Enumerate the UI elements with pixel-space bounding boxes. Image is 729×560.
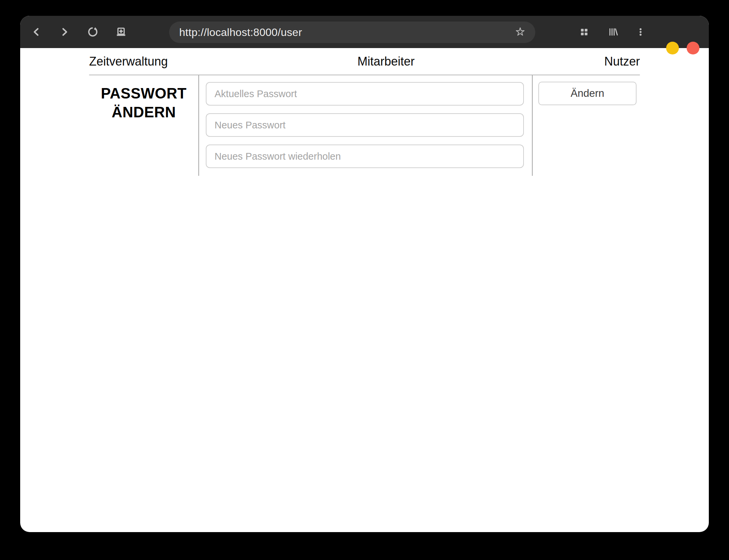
password-change-section: PASSWORT ÄNDERN Ändern	[89, 75, 640, 174]
browser-toolbar: http://localhost:8000/user	[20, 16, 709, 48]
forward-button[interactable]	[57, 25, 72, 39]
nav-link-nutzer[interactable]: Nutzer	[604, 54, 640, 69]
current-password-field[interactable]	[206, 82, 524, 106]
page-content: Zeitverwaltung Mitarbeiter Nutzer PASSWO…	[20, 48, 709, 174]
tab-grid-icon	[577, 25, 591, 39]
change-password-button[interactable]: Ändern	[538, 82, 637, 105]
browser-window: http://localhost:8000/user	[20, 16, 709, 532]
submit-column: Ändern	[532, 75, 640, 176]
screen: http://localhost:8000/user	[0, 0, 729, 560]
minimize-window-button[interactable]	[666, 42, 679, 54]
page-title-line1: PASSWORT	[89, 84, 198, 103]
password-form-column	[198, 75, 532, 176]
url-bar[interactable]: http://localhost:8000/user	[169, 22, 535, 43]
nav-link-mitarbeiter[interactable]: Mitarbeiter	[357, 54, 415, 69]
new-tab-button[interactable]	[114, 25, 128, 39]
repeat-new-password-field[interactable]	[206, 145, 524, 168]
back-icon	[30, 25, 43, 39]
tab-overview-button[interactable]	[577, 25, 591, 39]
back-button[interactable]	[29, 25, 44, 39]
nav-link-zeitverwaltung[interactable]: Zeitverwaltung	[89, 54, 168, 69]
forward-icon	[58, 25, 71, 39]
page-title-line2: ÄNDERN	[89, 103, 198, 122]
site-nav: Zeitverwaltung Mitarbeiter Nutzer	[89, 48, 640, 75]
new-password-field[interactable]	[206, 113, 524, 137]
menu-button[interactable]	[633, 25, 648, 39]
reload-button[interactable]	[85, 25, 100, 39]
library-icon	[606, 25, 619, 39]
reload-icon	[86, 25, 100, 39]
bookmark-star-icon	[514, 35, 527, 40]
kebab-menu-icon	[634, 25, 647, 39]
new-tab-icon	[114, 25, 128, 39]
section-title-column: PASSWORT ÄNDERN	[89, 75, 198, 176]
url-text[interactable]: http://localhost:8000/user	[179, 26, 302, 39]
bookmark-button[interactable]	[514, 26, 527, 39]
close-window-button[interactable]	[687, 42, 699, 54]
library-button[interactable]	[605, 25, 620, 39]
page-title: PASSWORT ÄNDERN	[89, 84, 198, 122]
